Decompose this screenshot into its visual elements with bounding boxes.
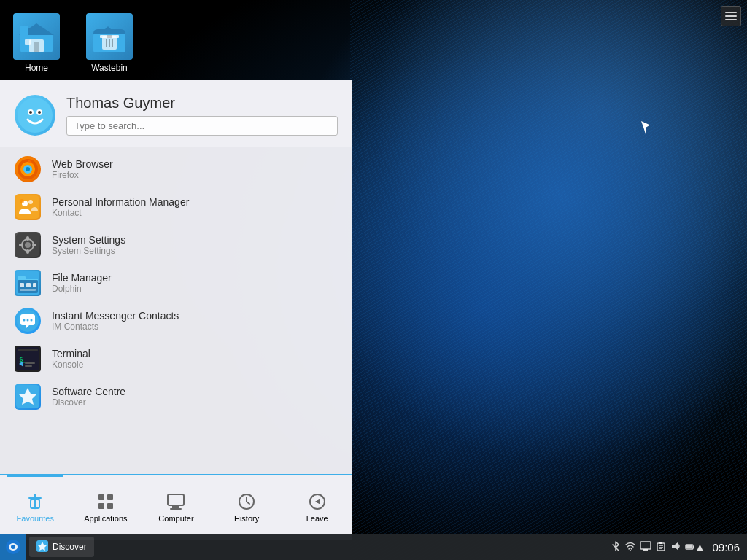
battery-icon[interactable]: ▲ bbox=[685, 541, 705, 553]
svg-rect-57 bbox=[172, 506, 179, 508]
user-avatar[interactable] bbox=[15, 95, 55, 136]
wastebin-icon-label: Wastebin bbox=[91, 63, 128, 73]
svg-point-42 bbox=[31, 319, 33, 322]
svg-rect-38 bbox=[20, 289, 36, 291]
svg-point-17 bbox=[38, 111, 41, 114]
svg-rect-54 bbox=[98, 503, 104, 509]
svg-rect-78 bbox=[693, 546, 694, 548]
svg-rect-37 bbox=[33, 283, 36, 287]
app-info-software-centre: Software Centre Discover bbox=[52, 386, 125, 408]
app-item-web-browser[interactable]: Web Browser Firefox bbox=[0, 150, 352, 188]
svg-rect-36 bbox=[26, 283, 31, 287]
svg-marker-61 bbox=[315, 499, 320, 504]
clipboard-icon[interactable] bbox=[656, 541, 666, 553]
nav-item-favourites[interactable]: Favourites bbox=[0, 475, 71, 540]
svg-rect-56 bbox=[168, 494, 184, 505]
desktop-icon-home[interactable]: Home bbox=[7, 7, 66, 79]
nav-label-history: History bbox=[234, 514, 259, 523]
svg-rect-31 bbox=[19, 244, 23, 246]
discover-taskbar-label: Discover bbox=[53, 542, 87, 552]
konsole-icon: $_ bbox=[15, 346, 41, 372]
svg-point-25 bbox=[20, 199, 24, 203]
app-list: Web Browser Firefox Pe bbox=[0, 147, 352, 474]
favourites-icon bbox=[26, 492, 44, 514]
dolphin-icon bbox=[15, 270, 41, 296]
app-item-software-centre[interactable]: Software Centre Discover bbox=[0, 378, 352, 416]
desktop-menu-button[interactable] bbox=[721, 6, 741, 26]
svg-rect-55 bbox=[107, 503, 113, 509]
svg-rect-68 bbox=[643, 549, 648, 551]
app-name-im-contacts: Instant Messenger Contacts bbox=[52, 310, 179, 322]
wastebin-folder-icon bbox=[86, 13, 133, 60]
leave-icon bbox=[308, 492, 327, 514]
app-subname-im-contacts: IM Contacts bbox=[52, 322, 179, 332]
app-info-personal-info: Personal Information Manager Kontact bbox=[52, 196, 189, 218]
app-name-file-manager: File Manager bbox=[52, 272, 112, 284]
nav-item-applications[interactable]: Applications bbox=[71, 475, 142, 540]
svg-rect-22 bbox=[16, 195, 39, 219]
svg-rect-4 bbox=[34, 42, 39, 52]
screen-icon[interactable] bbox=[640, 541, 651, 553]
app-item-im-contacts[interactable]: Instant Messenger Contacts IM Contacts bbox=[0, 302, 352, 340]
applications-icon bbox=[96, 492, 115, 514]
computer-icon bbox=[166, 492, 185, 514]
start-button[interactable] bbox=[0, 534, 26, 560]
firefox-icon bbox=[15, 156, 41, 182]
taskbar-app-discover[interactable]: Discover bbox=[29, 537, 94, 557]
system-clock[interactable]: 09:06 bbox=[712, 541, 740, 553]
svg-rect-67 bbox=[640, 542, 651, 549]
app-info-system-settings: System Settings System Settings bbox=[52, 234, 125, 256]
app-subname-system-settings: System Settings bbox=[52, 246, 125, 256]
search-input[interactable] bbox=[66, 116, 338, 136]
desktop: Home Wastebin bbox=[0, 0, 747, 560]
svg-rect-29 bbox=[26, 236, 29, 241]
app-item-terminal[interactable]: $_ Terminal Konsole bbox=[0, 340, 352, 378]
app-name-personal-info: Personal Information Manager bbox=[52, 196, 189, 208]
app-name-web-browser: Web Browser bbox=[52, 158, 113, 170]
svg-rect-47 bbox=[25, 362, 35, 364]
system-tray: ▲ 09:06 bbox=[603, 541, 747, 553]
svg-point-28 bbox=[25, 242, 31, 248]
app-item-file-manager[interactable]: File Manager Dolphin bbox=[0, 264, 352, 302]
taskbar: Discover bbox=[0, 534, 747, 560]
app-item-system-settings[interactable]: System Settings System Settings bbox=[0, 226, 352, 264]
app-subname-personal-info: Kontact bbox=[52, 208, 189, 218]
svg-rect-30 bbox=[26, 249, 29, 254]
discover-taskbar-icon bbox=[36, 540, 48, 554]
nav-item-computer[interactable]: Computer bbox=[141, 475, 212, 540]
svg-marker-75 bbox=[672, 542, 678, 550]
app-item-personal-info[interactable]: Personal Information Manager Kontact bbox=[0, 188, 352, 226]
app-info-file-manager: File Manager Dolphin bbox=[52, 272, 112, 294]
app-subname-web-browser: Firefox bbox=[52, 170, 113, 180]
svg-rect-44 bbox=[18, 349, 38, 351]
volume-icon[interactable] bbox=[670, 541, 681, 553]
svg-point-24 bbox=[28, 200, 33, 204]
taskbar-running-apps: Discover bbox=[26, 537, 603, 557]
home-icon-label: Home bbox=[25, 63, 48, 73]
svg-point-41 bbox=[27, 319, 29, 322]
app-subname-file-manager: Dolphin bbox=[52, 284, 112, 294]
nav-item-leave[interactable]: Leave bbox=[282, 475, 352, 540]
svg-rect-53 bbox=[107, 494, 113, 500]
nav-label-applications: Applications bbox=[84, 514, 127, 523]
home-folder-icon bbox=[13, 13, 60, 60]
nav-item-history[interactable]: History bbox=[212, 475, 282, 540]
app-name-terminal: Terminal bbox=[52, 348, 90, 359]
svg-rect-74 bbox=[659, 548, 662, 549]
network-icon[interactable] bbox=[625, 541, 635, 553]
app-subname-software-centre: Discover bbox=[52, 397, 125, 408]
svg-point-40 bbox=[23, 319, 26, 322]
svg-rect-69 bbox=[642, 551, 649, 551]
nav-label-computer: Computer bbox=[158, 514, 193, 523]
user-name: Thomas Guymer bbox=[66, 95, 338, 112]
svg-rect-2 bbox=[20, 26, 28, 36]
user-info: Thomas Guymer bbox=[66, 95, 338, 136]
svg-point-16 bbox=[29, 111, 32, 114]
svg-rect-32 bbox=[32, 244, 36, 246]
bluetooth-icon[interactable] bbox=[611, 541, 621, 553]
desktop-icon-wastebin[interactable]: Wastebin bbox=[80, 7, 139, 79]
discover-icon bbox=[15, 384, 41, 410]
svg-rect-72 bbox=[659, 545, 663, 546]
svg-point-63 bbox=[11, 545, 15, 549]
svg-rect-52 bbox=[98, 494, 104, 500]
